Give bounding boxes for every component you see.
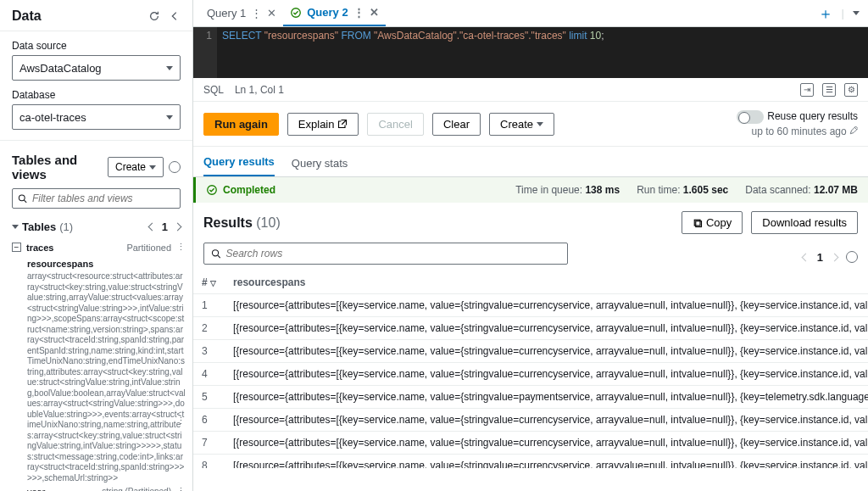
row-number: 7 xyxy=(193,432,225,455)
row-value: [{resource={attributes=[{key=service.nam… xyxy=(225,363,868,386)
table-row[interactable]: 6[{resource={attributes=[{key=service.na… xyxy=(193,409,868,432)
column-more-icon[interactable]: ⋮ xyxy=(176,416,186,427)
table-row[interactable]: 5[{resource={attributes=[{key=service.na… xyxy=(193,386,868,409)
external-link-icon xyxy=(337,119,348,129)
datasource-select[interactable]: AwsDataCatalog xyxy=(12,55,181,81)
filter-tables-input[interactable] xyxy=(12,188,181,209)
col-number[interactable]: # ▽ xyxy=(193,271,225,294)
row-number: 2 xyxy=(193,317,225,340)
sidebar-title: Data xyxy=(12,8,42,24)
table-row[interactable]: 8[{resource={attributes=[{key=service.na… xyxy=(193,455,868,469)
tab-query-stats[interactable]: Query stats xyxy=(292,157,348,176)
row-number: 8 xyxy=(193,455,225,469)
datasource-label: Data source xyxy=(12,40,181,52)
results-heading: Results xyxy=(203,215,253,230)
tables-label: Tables xyxy=(22,220,56,233)
reuse-sublabel: up to 60 minutes ago xyxy=(752,126,847,137)
next-page-icon[interactable] xyxy=(174,223,182,232)
row-number: 6 xyxy=(193,409,225,432)
column-name[interactable]: year xyxy=(27,487,45,492)
table-row[interactable]: 2[{resource={attributes=[{key=service.na… xyxy=(193,317,868,340)
tables-page: 1 xyxy=(162,220,168,233)
caret-down-icon xyxy=(537,122,543,126)
table-name[interactable]: traces xyxy=(26,243,53,253)
caret-down-icon xyxy=(149,165,156,170)
column-more-icon[interactable]: ⋮ xyxy=(176,486,186,491)
row-number: 5 xyxy=(193,386,225,409)
settings-icon[interactable]: ⚙ xyxy=(844,83,858,97)
reuse-toggle[interactable] xyxy=(737,110,764,124)
reuse-label: Reuse query results xyxy=(767,110,858,122)
results-page: 1 xyxy=(817,251,823,264)
row-number: 3 xyxy=(193,340,225,363)
explain-button[interactable]: Explain xyxy=(287,113,359,136)
tab-more-icon[interactable]: ⋮ xyxy=(251,7,262,20)
table-row[interactable]: 1[{resource={attributes=[{key=service.na… xyxy=(193,294,868,317)
copy-icon xyxy=(693,218,703,228)
cursor-position: Ln 1, Col 1 xyxy=(235,84,284,96)
search-rows-input[interactable] xyxy=(203,243,568,265)
tab-query-results[interactable]: Query results xyxy=(203,155,275,176)
results-count: (10) xyxy=(256,215,280,230)
tab-menu-icon[interactable] xyxy=(853,11,860,15)
table-more-icon[interactable]: ⋮ xyxy=(176,242,186,253)
column-schema: array<struct<resource:struct<attributes:… xyxy=(27,271,186,483)
close-icon[interactable]: ✕ xyxy=(267,7,276,20)
column-resourcespans[interactable]: resourcespans xyxy=(27,259,93,269)
line-number: 1 xyxy=(193,27,217,78)
time-in-queue: 138 ms xyxy=(585,184,620,196)
table-row[interactable]: 3[{resource={attributes=[{key=service.na… xyxy=(193,340,868,363)
table-row[interactable]: 4[{resource={attributes=[{key=service.na… xyxy=(193,363,868,386)
create-button[interactable]: Create xyxy=(489,113,554,136)
col-resourcespans[interactable]: resourcespans xyxy=(225,271,868,294)
collapse-icon[interactable] xyxy=(169,10,181,22)
partitioned-badge: Partitioned xyxy=(126,243,171,253)
cancel-button: Cancel xyxy=(367,113,423,136)
check-circle-icon xyxy=(290,7,302,19)
svg-point-0 xyxy=(19,195,25,201)
editor-lang: SQL xyxy=(203,84,224,96)
run-time: 1.605 sec xyxy=(683,184,728,196)
run-again-button[interactable]: Run again xyxy=(203,113,279,136)
table-row[interactable]: 7[{resource={attributes=[{key=service.na… xyxy=(193,432,868,455)
row-value: [{resource={attributes=[{key=service.nam… xyxy=(225,432,868,455)
row-value: [{resource={attributes=[{key=service.nam… xyxy=(225,409,868,432)
row-number: 4 xyxy=(193,363,225,386)
collapse-table-icon[interactable]: − xyxy=(12,243,21,252)
search-icon xyxy=(211,248,220,259)
check-circle-icon xyxy=(206,184,218,196)
download-results-button[interactable]: Download results xyxy=(751,211,858,234)
row-value: [{resource={attributes=[{key=service.nam… xyxy=(225,386,868,409)
column-type: string (Partitioned) xyxy=(102,487,171,491)
clear-button[interactable]: Clear xyxy=(432,113,481,136)
format-icon[interactable]: ⇥ xyxy=(800,83,814,97)
database-value: ca-otel-traces xyxy=(19,111,86,124)
gear-icon[interactable] xyxy=(169,161,181,173)
caret-down-icon xyxy=(166,115,173,120)
data-scanned: 12.07 MB xyxy=(814,184,858,196)
sql-editor[interactable]: 1 SELECT "resourcespans" FROM "AwsDataCa… xyxy=(193,27,868,78)
gear-icon[interactable] xyxy=(846,251,858,263)
tab-query-1[interactable]: Query 1 ⋮ ✕ xyxy=(200,0,283,26)
prev-page-icon[interactable] xyxy=(147,223,156,232)
row-number: 1 xyxy=(193,294,225,317)
search-icon xyxy=(18,193,27,204)
add-tab-button[interactable]: ＋ xyxy=(818,3,833,24)
next-results-icon[interactable] xyxy=(831,253,839,261)
refresh-icon[interactable] xyxy=(148,10,160,22)
completed-label: Completed xyxy=(223,184,275,196)
prev-results-icon[interactable] xyxy=(801,253,810,261)
close-icon[interactable]: ✕ xyxy=(370,6,379,19)
copy-button[interactable]: Copy xyxy=(682,211,743,234)
tab-query-2[interactable]: Query 2 ⋮ ✕ xyxy=(283,0,385,26)
create-table-button[interactable]: Create xyxy=(108,157,164,177)
tab-more-icon[interactable]: ⋮ xyxy=(353,6,364,19)
datasource-value: AwsDataCatalog xyxy=(19,62,102,75)
expand-icon[interactable] xyxy=(12,225,19,229)
caret-down-icon xyxy=(166,66,173,70)
row-value: [{resource={attributes=[{key=service.nam… xyxy=(225,455,868,469)
edit-icon[interactable] xyxy=(849,126,858,135)
row-value: [{resource={attributes=[{key=service.nam… xyxy=(225,317,868,340)
list-icon[interactable]: ☰ xyxy=(822,83,836,97)
database-select[interactable]: ca-otel-traces xyxy=(12,104,181,130)
